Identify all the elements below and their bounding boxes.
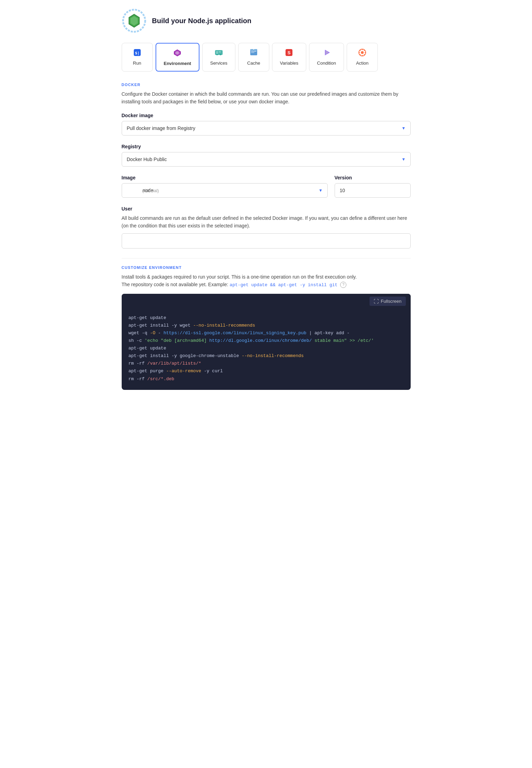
registry-group: Registry Docker Hub PublicDocker Hub Pri…: [122, 144, 411, 167]
customize-section-tag: CUSTOMIZE ENVIRONMENT: [122, 265, 411, 270]
customize-section: CUSTOMIZE ENVIRONMENT Install tools & pa…: [122, 265, 411, 390]
svg-rect-18: [254, 49, 257, 50]
image-column: Image node (Official) ▼: [122, 175, 328, 198]
condition-icon: [322, 48, 331, 58]
tab-action-label: Action: [356, 60, 368, 66]
code-editor: ⛶ Fullscreen apt-get update apt-get inst…: [122, 294, 411, 390]
user-label: User: [122, 206, 411, 212]
version-column: Version: [335, 175, 411, 198]
svg-rect-16: [251, 52, 254, 53]
docker-image-select-wrap: Pull docker image from RegistryUse your …: [122, 121, 411, 135]
tab-action[interactable]: Action: [347, 43, 378, 72]
run-icon: $|: [133, 48, 142, 58]
svg-rect-17: [250, 49, 253, 50]
tab-run[interactable]: $| Run: [122, 43, 153, 72]
svg-rect-11: [219, 51, 221, 53]
svg-line-31: [364, 50, 365, 51]
tab-variables[interactable]: S Variables: [272, 43, 306, 72]
svg-point-12: [216, 54, 218, 55]
svg-line-29: [360, 50, 361, 51]
fullscreen-label: Fullscreen: [381, 299, 402, 304]
action-icon: [358, 48, 367, 58]
docker-section-tag: DOCKER: [122, 83, 411, 87]
registry-select-wrap: Docker Hub PublicDocker Hub PrivateAWS E…: [122, 152, 411, 167]
info-icon[interactable]: ?: [340, 282, 346, 288]
docker-description: Configure the Docker container in which …: [122, 90, 411, 106]
tab-environment-label: Environment: [164, 61, 191, 66]
tab-run-label: Run: [133, 60, 141, 66]
svg-rect-15: [251, 51, 256, 51]
svg-point-24: [361, 51, 364, 54]
docker-image-group: Docker image Pull docker image from Regi…: [122, 113, 411, 135]
logo: [122, 8, 147, 33]
environment-icon: [173, 48, 182, 59]
code-editor-toolbar: ⛶ Fullscreen: [122, 294, 411, 309]
fullscreen-button[interactable]: ⛶ Fullscreen: [370, 297, 406, 306]
svg-rect-10: [216, 51, 218, 54]
user-section: User All build commands are run as the d…: [122, 206, 411, 249]
registry-label: Registry: [122, 144, 411, 149]
svg-line-30: [364, 54, 365, 55]
image-version-row: Image node (Official) ▼ Version: [122, 175, 411, 198]
version-input[interactable]: [335, 183, 411, 198]
tab-services-label: Services: [210, 60, 227, 66]
svg-text:S: S: [288, 50, 291, 55]
tab-condition-label: Condition: [317, 60, 336, 66]
tab-cache[interactable]: Cache: [238, 43, 269, 72]
page-title: Build your Node.js application: [152, 17, 252, 25]
customize-example-code: apt-get update && apt-get -y install git: [230, 282, 337, 288]
image-select[interactable]: node: [122, 183, 328, 198]
tab-variables-label: Variables: [280, 60, 298, 66]
cache-icon: [249, 48, 258, 58]
services-icon: [214, 48, 223, 58]
user-input[interactable]: [122, 233, 411, 249]
version-label: Version: [335, 175, 411, 180]
svg-point-13: [220, 54, 221, 55]
user-description: All build commands are run as the defaul…: [122, 214, 411, 230]
variables-icon: S: [284, 48, 293, 58]
tab-services[interactable]: Services: [202, 43, 235, 72]
docker-section: DOCKER Configure the Docker container in…: [122, 83, 411, 198]
tab-cache-label: Cache: [247, 60, 260, 66]
tabs-container: $| Run Environment Services: [122, 43, 411, 72]
code-content[interactable]: apt-get update apt-get install -y wget -…: [122, 309, 411, 390]
svg-line-32: [360, 54, 361, 55]
docker-image-label: Docker image: [122, 113, 411, 118]
tab-environment[interactable]: Environment: [156, 43, 199, 72]
image-select-wrap: node (Official) ▼: [122, 183, 328, 198]
customize-description: Install tools & packages required to run…: [122, 273, 411, 289]
tab-condition[interactable]: Condition: [309, 43, 344, 72]
svg-marker-22: [325, 50, 329, 55]
image-label: Image: [122, 175, 328, 180]
header: Build your Node.js application: [122, 8, 411, 33]
registry-select[interactable]: Docker Hub PublicDocker Hub PrivateAWS E…: [122, 152, 411, 167]
fullscreen-icon: ⛶: [374, 298, 379, 304]
docker-image-select[interactable]: Pull docker image from RegistryUse your …: [122, 121, 411, 135]
svg-text:$|: $|: [135, 51, 139, 55]
